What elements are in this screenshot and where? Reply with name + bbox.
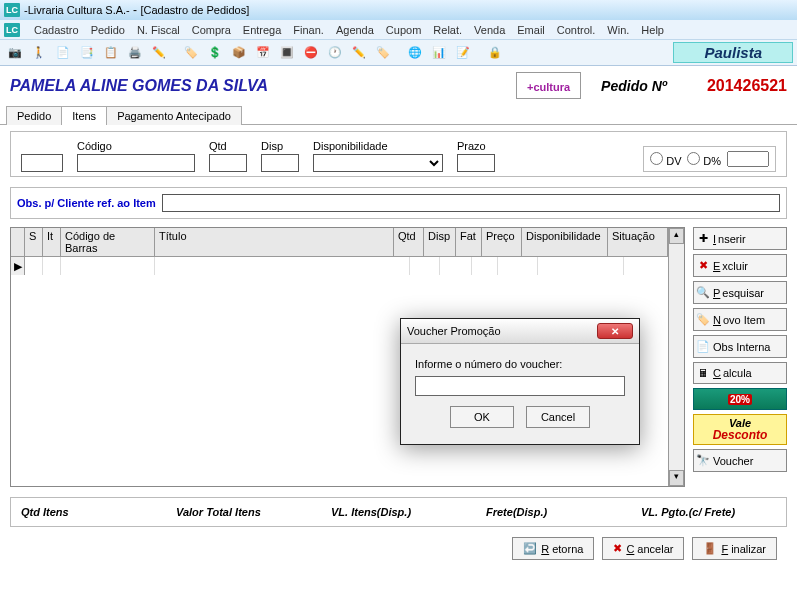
tool-box-icon[interactable]: 📦 [228,42,250,64]
cultura-logo: +cultura [516,72,581,99]
menu-cadastro[interactable]: Cadastro [34,24,79,36]
item-entry-row: Código Qtd Disp Disponibilidade Prazo DV… [10,131,787,177]
dialog-ok-button[interactable]: OK [450,406,514,428]
tool-doc1-icon[interactable]: 📄 [52,42,74,64]
x-icon: ✖ [696,259,710,272]
menu-agenda[interactable]: Agenda [336,24,374,36]
tool-pencil-icon[interactable]: ✏️ [348,42,370,64]
col-sit[interactable]: Situação [608,228,668,256]
discount-box: DV D% [643,146,776,172]
finalizar-button[interactable]: 🚪Finalizar [692,537,777,560]
voucher-button[interactable]: 🔭Voucher [693,449,787,472]
tab-pedido[interactable]: Pedido [6,106,62,125]
col-s[interactable]: S [25,228,43,256]
qtd-label: Qtd [209,140,247,152]
menu-pedido[interactable]: Pedido [91,24,125,36]
retorna-button[interactable]: ↩️Retorna [512,537,594,560]
menu-win[interactable]: Win. [607,24,629,36]
qtd-input[interactable] [209,154,247,172]
tool-camera-icon[interactable]: 📷 [4,42,26,64]
tool-calendar-icon[interactable]: 📅 [252,42,274,64]
tool-tag-icon[interactable]: 🏷️ [180,42,202,64]
pesquisar-button[interactable]: 🔍Pesquisar [693,281,787,304]
tab-itens[interactable]: Itens [61,106,107,125]
dialog-close-button[interactable]: ✕ [597,323,633,339]
tool-globe-icon[interactable]: 🌐 [404,42,426,64]
binoculars-icon: 🔭 [696,454,710,467]
vale-desconto-button[interactable]: ValeDesconto [693,414,787,445]
col-preco[interactable]: Preço [482,228,522,256]
tool-lock-icon[interactable]: 🔒 [484,42,506,64]
obs-row: Obs. p/ Cliente ref. ao Item [10,187,787,219]
table-row[interactable]: ▶ [11,257,684,275]
tool-clock-icon[interactable]: 🕐 [324,42,346,64]
pedido-number: 201426521 [707,77,787,95]
calcula-button[interactable]: 🖩Calcula [693,362,787,384]
menu-cupom[interactable]: Cupom [386,24,421,36]
codigo-input[interactable] [77,154,195,172]
tool-printer-icon[interactable]: 🖨️ [124,42,146,64]
search-icon: 🔍 [696,286,710,299]
scroll-up-icon[interactable]: ▴ [669,228,684,244]
tool-stop-icon[interactable]: ⛔ [300,42,322,64]
col-disp[interactable]: Disp [424,228,456,256]
dpct-radio-label[interactable]: D% [687,152,721,167]
excluir-button[interactable]: ✖Excluir [693,254,787,277]
scroll-down-icon[interactable]: ▾ [669,470,684,486]
voucher-number-input[interactable] [415,376,625,396]
disponibilidade-select[interactable] [313,154,443,172]
menu-finan[interactable]: Finan. [293,24,324,36]
side-buttons: ✚Inserir ✖Excluir 🔍Pesquisar 🏷️Novo Item… [693,227,787,487]
inserir-button[interactable]: ✚Inserir [693,227,787,250]
col-titulo[interactable]: Título [155,228,394,256]
menu-control[interactable]: Control. [557,24,596,36]
discount-input[interactable] [727,151,769,167]
tool-money-icon[interactable]: 💲 [204,42,226,64]
tool-person-icon[interactable]: 🚶 [28,42,50,64]
col-dispon[interactable]: Disponibilidade [522,228,608,256]
valortotal-label: Valor Total Itens [176,506,311,518]
obs-input[interactable] [162,194,780,212]
menu-relat[interactable]: Relat. [433,24,462,36]
disponibilidade-label: Disponibilidade [313,140,443,152]
vlitens-label: VL. Itens(Disp.) [331,506,466,518]
prazo-input[interactable] [457,154,495,172]
tool-tag2-icon[interactable]: 🏷️ [372,42,394,64]
tool-note-icon[interactable]: 📝 [452,42,474,64]
menu-entrega[interactable]: Entrega [243,24,282,36]
tool-chart-icon[interactable]: 📊 [428,42,450,64]
codigo-prefix-input[interactable] [21,154,63,172]
dialog-prompt: Informe o número do voucher: [415,358,625,370]
dialog-cancel-button[interactable]: Cancel [526,406,590,428]
menu-email[interactable]: Email [517,24,545,36]
col-codbar[interactable]: Código de Barras [61,228,155,256]
obsinterna-button[interactable]: 📄Obs Interna [693,335,787,358]
tool-doc3-icon[interactable]: 📋 [100,42,122,64]
menu-venda[interactable]: Venda [474,24,505,36]
disp-input[interactable] [261,154,299,172]
door-icon: 🚪 [703,542,717,555]
tab-pagamento[interactable]: Pagamento Antecipado [106,106,242,125]
dv-radio-label[interactable]: DV [650,152,681,167]
menu-bar: LC Cadastro Pedido N. Fiscal Compra Entr… [0,20,797,40]
novoitem-button[interactable]: 🏷️Novo Item [693,308,787,331]
cancelar-button[interactable]: ✖Cancelar [602,537,684,560]
cancel-icon: ✖ [613,542,622,555]
col-it[interactable]: It [43,228,61,256]
tool-doc2-icon[interactable]: 📑 [76,42,98,64]
dv-radio[interactable] [650,152,663,165]
promo-button[interactable]: 20% [693,388,787,410]
menu-compra[interactable]: Compra [192,24,231,36]
app-icon: LC [4,3,20,17]
col-fat[interactable]: Fat [456,228,482,256]
tool-edit-icon[interactable]: ✏️ [148,42,170,64]
dpct-radio[interactable] [687,152,700,165]
menu-help[interactable]: Help [641,24,664,36]
vlpgto-label: VL. Pgto.(c/ Frete) [641,506,776,518]
title-sub: [Cadastro de Pedidos] [140,4,249,16]
tool-barcode-icon[interactable]: 🔳 [276,42,298,64]
col-qtd[interactable]: Qtd [394,228,424,256]
menu-nfiscal[interactable]: N. Fiscal [137,24,180,36]
return-icon: ↩️ [523,542,537,555]
grid-scrollbar[interactable]: ▴ ▾ [668,228,684,486]
